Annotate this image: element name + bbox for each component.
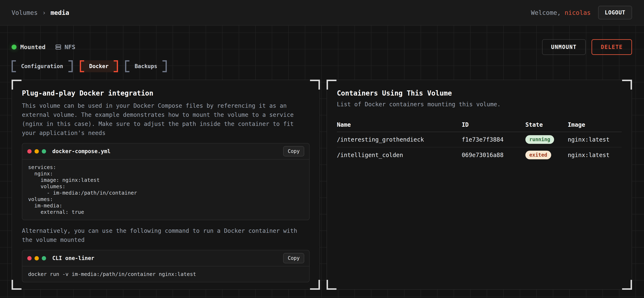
corner-bracket-icon — [326, 280, 336, 290]
container-state: running — [525, 135, 568, 144]
cli-filename: CLI one-liner — [52, 255, 94, 261]
column-header-id: ID — [462, 121, 525, 128]
window-dot-yellow-icon — [34, 149, 39, 153]
table-row: /interesting_grothendieck f1e73e7f3884 r… — [337, 132, 622, 147]
corner-bracket-icon — [12, 280, 22, 290]
window-dot-red-icon — [27, 256, 32, 261]
code-line: - im-media:/path/in/container — [28, 190, 304, 196]
containers-panel-title: Containers Using This Volume — [337, 89, 622, 97]
containers-table: Name ID State Image /interesting_grothen… — [337, 118, 622, 163]
status-action-row: Mounted NFS UNMOUNT DELETE — [12, 26, 632, 55]
header-right: Welcome, nicolas LOGOUT — [531, 6, 632, 19]
window-dot-green-icon — [42, 256, 46, 261]
container-id: 069e73016a88 — [462, 152, 525, 158]
window-dot-yellow-icon — [34, 256, 39, 261]
welcome-message: Welcome, nicolas — [531, 9, 591, 16]
compose-code-body: services: nginx: image: nginx:latest vol… — [22, 159, 309, 220]
delete-button[interactable]: DELETE — [592, 39, 632, 55]
server-icon — [55, 44, 62, 50]
corner-bracket-icon — [622, 280, 632, 290]
container-state: exited — [525, 151, 568, 159]
volume-driver: NFS — [55, 43, 75, 51]
container-name: /interesting_grothendieck — [337, 136, 462, 143]
code-line: volumes: — [28, 183, 304, 190]
mounted-status-dot-icon — [12, 45, 16, 49]
volume-status: Mounted NFS — [12, 43, 76, 51]
breadcrumb-volumes-link[interactable]: Volumes — [12, 9, 38, 16]
tab-bar: Configuration Docker Backups — [12, 60, 632, 72]
mount-state: Mounted — [12, 43, 46, 51]
column-header-state: State — [525, 121, 568, 128]
cli-code-block: CLI one-liner Copy docker run -v im-medi… — [22, 250, 310, 282]
docker-panel-title: Plug-and-play Docker integration — [22, 89, 310, 97]
code-line: docker run -v im-media:/path/in/containe… — [28, 271, 304, 277]
state-badge-exited: exited — [525, 151, 551, 159]
chevron-right-icon: › — [42, 9, 46, 16]
container-id: f1e73e7f3884 — [462, 136, 525, 143]
window-dot-red-icon — [27, 149, 32, 153]
code-line: im-media: — [28, 202, 304, 209]
panels-row: Plug-and-play Docker integration This vo… — [12, 80, 632, 290]
corner-bracket-icon — [622, 80, 632, 90]
username: nicolas — [565, 9, 591, 16]
corner-bracket-icon — [310, 80, 320, 90]
state-badge-running: running — [525, 135, 554, 144]
breadcrumb-current-volume: media — [51, 9, 69, 16]
compose-copy-button[interactable]: Copy — [283, 146, 304, 156]
main-content: Mounted NFS UNMOUNT DELETE Configuration… — [0, 26, 644, 298]
code-line: volumes: — [28, 196, 304, 202]
containers-panel: Containers Using This Volume List of Doc… — [326, 80, 632, 290]
compose-code-header: docker-compose.yml Copy — [22, 144, 309, 159]
compose-code-block: docker-compose.yml Copy services: nginx:… — [22, 143, 310, 220]
mounted-status-label: Mounted — [20, 43, 46, 51]
window-dots — [27, 149, 46, 153]
window-dots — [27, 256, 46, 261]
table-header-row: Name ID State Image — [337, 118, 622, 132]
breadcrumb: Volumes › media — [12, 9, 69, 16]
code-line: nginx: — [28, 170, 304, 177]
driver-label: NFS — [64, 43, 75, 51]
tab-configuration[interactable]: Configuration — [12, 60, 73, 72]
docker-integration-panel: Plug-and-play Docker integration This vo… — [12, 80, 320, 290]
cli-copy-button[interactable]: Copy — [283, 253, 304, 263]
docker-panel-description: This volume can be used in your Docker C… — [22, 101, 310, 138]
tab-docker[interactable]: Docker — [80, 60, 118, 72]
compose-filename: docker-compose.yml — [52, 148, 110, 154]
volume-actions: UNMOUNT DELETE — [542, 39, 632, 55]
container-image: nginx:latest — [568, 136, 622, 143]
code-line: external: true — [28, 209, 304, 215]
column-header-name: Name — [337, 121, 462, 128]
logout-button[interactable]: LOGOUT — [598, 6, 632, 19]
unmount-button[interactable]: UNMOUNT — [542, 39, 586, 55]
tab-backups[interactable]: Backups — [125, 60, 167, 72]
corner-bracket-icon — [12, 80, 22, 90]
table-row: /intelligent_colden 069e73016a88 exited … — [337, 147, 622, 163]
corner-bracket-icon — [310, 280, 320, 290]
cli-code-body: docker run -v im-media:/path/in/containe… — [22, 266, 309, 282]
code-line: services: — [28, 164, 304, 170]
container-name: /intelligent_colden — [337, 152, 462, 158]
cli-note: Alternatively, you can use the following… — [22, 226, 310, 245]
welcome-prefix: Welcome, — [531, 9, 565, 16]
column-header-image: Image — [568, 121, 622, 128]
containers-panel-subtitle: List of Docker containers mounting this … — [337, 101, 622, 108]
window-dot-green-icon — [42, 149, 46, 153]
top-bar: Volumes › media Welcome, nicolas LOGOUT — [0, 0, 644, 26]
code-line: image: nginx:latest — [28, 177, 304, 183]
cli-code-header: CLI one-liner Copy — [22, 250, 309, 266]
corner-bracket-icon — [326, 80, 336, 90]
container-image: nginx:latest — [568, 152, 622, 158]
